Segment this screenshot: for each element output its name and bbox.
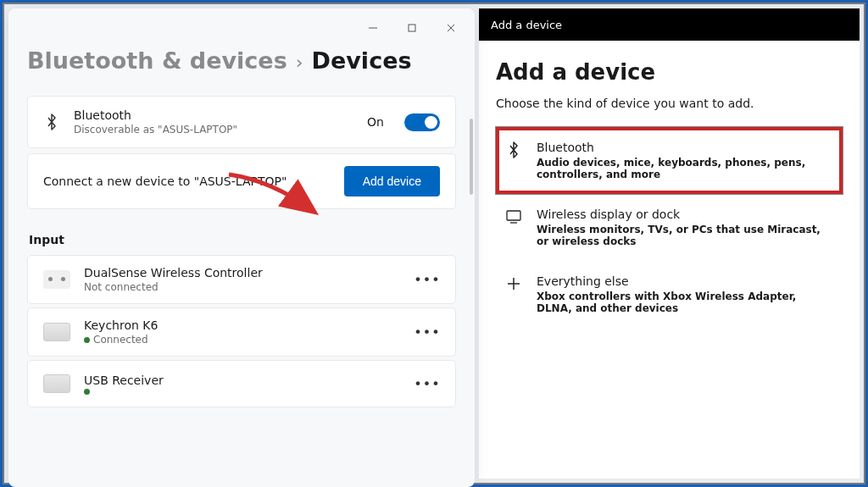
- svg-rect-4: [507, 211, 520, 220]
- device-status: Connected: [84, 334, 401, 346]
- more-options-button[interactable]: •••: [415, 319, 440, 345]
- option-bluetooth[interactable]: Bluetooth Audio devices, mice, keyboards…: [496, 127, 843, 194]
- dialog-heading: Add a device: [496, 59, 843, 85]
- breadcrumb: Bluetooth & devices › Devices: [27, 47, 456, 74]
- bluetooth-toggle[interactable]: [404, 113, 440, 131]
- plus-icon: [504, 274, 523, 293]
- minimize-button[interactable]: [354, 15, 392, 41]
- add-device-dialog: Add a device Add a device Choose the kin…: [479, 8, 860, 479]
- device-row-controller[interactable]: DualSense Wireless Controller Not connec…: [27, 255, 456, 304]
- chevron-right-icon: ›: [296, 52, 303, 73]
- connect-device-text: Connect a new device to "ASUS-LAPTOP": [43, 174, 287, 188]
- option-desc: Xbox controllers with Xbox Wireless Adap…: [537, 291, 834, 314]
- input-section-header: Input: [29, 233, 456, 246]
- device-name: USB Receiver: [84, 374, 401, 387]
- close-button[interactable]: [432, 15, 470, 41]
- option-desc: Audio devices, mice, keyboards, phones, …: [537, 157, 834, 180]
- device-row-usb-receiver[interactable]: USB Receiver •••: [27, 360, 456, 407]
- device-row-keychron[interactable]: Keychron K6 Connected •••: [27, 307, 456, 357]
- dialog-window-title: Add a device: [491, 19, 562, 31]
- keyboard-icon: [43, 323, 70, 341]
- bluetooth-state-label: On: [367, 115, 384, 129]
- device-name: DualSense Wireless Controller: [84, 266, 401, 279]
- controller-icon: [43, 270, 70, 289]
- device-status: Not connected: [84, 281, 401, 293]
- option-wireless-display[interactable]: Wireless display or dock Wireless monito…: [496, 194, 843, 261]
- bluetooth-icon: [504, 141, 523, 159]
- option-title: Bluetooth: [537, 141, 834, 154]
- keyboard-icon: [43, 374, 70, 393]
- window-titlebar: [8, 8, 475, 47]
- bluetooth-icon: [43, 113, 60, 130]
- connect-device-card: Connect a new device to "ASUS-LAPTOP" Ad…: [27, 153, 456, 209]
- breadcrumb-current: Devices: [312, 47, 412, 74]
- option-everything-else[interactable]: Everything else Xbox controllers with Xb…: [496, 261, 843, 328]
- svg-rect-1: [409, 25, 415, 31]
- maximize-button[interactable]: [393, 15, 431, 41]
- option-title: Everything else: [537, 274, 834, 288]
- display-icon: [504, 208, 523, 226]
- scrollbar[interactable]: [470, 119, 473, 195]
- bluetooth-title: Bluetooth: [74, 108, 353, 122]
- device-status: [84, 389, 401, 395]
- more-options-button[interactable]: •••: [415, 371, 440, 396]
- connected-dot-icon: [84, 337, 90, 343]
- dialog-subheading: Choose the kind of device you want to ad…: [496, 97, 843, 110]
- connected-dot-icon: [84, 389, 90, 395]
- option-title: Wireless display or dock: [537, 208, 834, 221]
- breadcrumb-parent[interactable]: Bluetooth & devices: [27, 47, 287, 74]
- settings-window: Bluetooth & devices › Devices Bluetooth …: [8, 8, 475, 487]
- dialog-titlebar: Add a device: [479, 8, 860, 41]
- bluetooth-subtitle: Discoverable as "ASUS-LAPTOP": [74, 124, 353, 136]
- bluetooth-card: Bluetooth Discoverable as "ASUS-LAPTOP" …: [27, 96, 456, 148]
- more-options-button[interactable]: •••: [415, 267, 440, 292]
- option-desc: Wireless monitors, TVs, or PCs that use …: [537, 224, 834, 247]
- add-device-button[interactable]: Add device: [344, 166, 440, 196]
- device-name: Keychron K6: [84, 318, 401, 332]
